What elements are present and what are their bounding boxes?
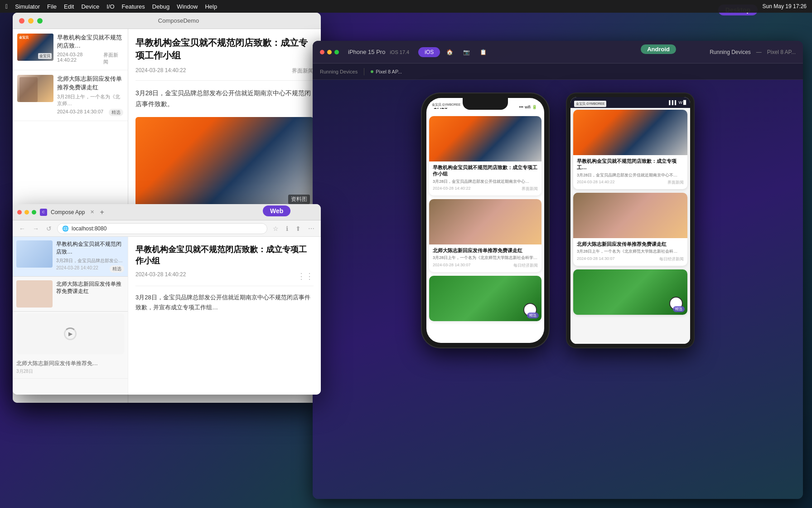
browser-maximize[interactable] [32, 210, 36, 215]
iphone-card-source-1: 界面新闻 [522, 186, 538, 192]
menu-device[interactable]: Device [81, 3, 99, 10]
chip-dot-pixel [371, 70, 373, 73]
iphone-signal: ••• [519, 105, 523, 109]
menu-debug[interactable]: Debug [152, 3, 169, 10]
menubar:  Simulator File Edit Device I/O Feature… [0, 0, 812, 13]
android-content[interactable]: 金宝贝 GYMBOREE 早教机构金宝贝就不规范闭店致歉：成立专项工… 3月28… [570, 108, 690, 344]
browser-news-info-2: 北师大陈志新回应发传单推荐免费课走红 [56, 280, 124, 308]
android-wifi: W [679, 100, 683, 105]
browser-thumb-1 [16, 240, 53, 268]
android-source-2: 每日经济新闻 [659, 256, 684, 262]
running-devices-bar: Running Devices Pixel 8 AP... [313, 64, 803, 80]
android-date-2: 2024-03-28 14:30:07 [577, 256, 615, 262]
minimize-button[interactable] [28, 18, 34, 24]
iphone-wifi: wifi [525, 105, 531, 109]
window-title-text: ComposeDemo [43, 17, 314, 24]
running-chip-pixel: Pixel 8 AP... [371, 69, 402, 74]
browser-traffic-lights [17, 210, 36, 215]
browser-menu[interactable]: ⋯ [306, 224, 316, 233]
browser-back[interactable]: ← [17, 224, 27, 233]
menu-simulator[interactable]: Simulator [15, 3, 40, 10]
play-icon: ▶ [68, 331, 72, 337]
android-card-body-2: 北师大陈志新回应发传单推荐免费课走红 3月28日上午，一个名为《北京师范大学陈志… [573, 238, 687, 266]
iphone-screen[interactable]: 17:26 ••• wifi 🔋 金宝贝 GYMBOREE [426, 98, 544, 343]
phones-minimize[interactable] [327, 50, 332, 54]
iphone-img-gymboree: 金宝贝 GYMBOREE [429, 116, 541, 161]
tab-ios[interactable]: iOS [418, 47, 440, 57]
browser-minimize[interactable] [24, 210, 29, 215]
tab-copy[interactable]: 📋 [476, 47, 490, 57]
menu-io[interactable]: I/O [106, 3, 114, 10]
bar-divider [364, 68, 364, 75]
browser-forward[interactable]: → [31, 224, 41, 233]
browser-news-item-2[interactable]: 北师大陈志新回应发传单推荐免费课走红 [13, 277, 128, 312]
browser-news-title-1: 早教机构金宝贝就不规范闭店致… [56, 240, 124, 256]
menu-features[interactable]: Features [122, 3, 145, 10]
phones-traffic-lights [320, 50, 339, 54]
iphone-card-2[interactable]: 北师大陈志新回应发传单推荐免费课走红 3月28日上午，一个名为《北京师范大学陈志… [429, 199, 541, 272]
browser-news-meta-1: 2024-03-28 14:40:22 精选 [56, 265, 124, 273]
news-title-1: 早教机构金宝贝就不规范闭店致… [57, 34, 123, 50]
android-card-1[interactable]: 金宝贝 GYMBOREE 早教机构金宝贝就不规范闭店致歉：成立专项工… 3月28… [573, 110, 687, 189]
menu-file[interactable]: File [47, 3, 57, 10]
url-icon: 🌐 [62, 225, 69, 232]
browser-thumb-2 [16, 280, 53, 308]
tab-home[interactable]: 🏠 [443, 47, 457, 57]
article-image [135, 117, 314, 208]
browser-url-bar[interactable]: 🌐 localhost:8080 [57, 223, 267, 234]
browser-close-tab[interactable]: ✕ [90, 209, 94, 215]
browser-news-item-1[interactable]: 早教机构金宝贝就不规范闭店致… 3月28日，金宝贝品牌总部发公… 2024-03… [13, 237, 128, 277]
menu-window[interactable]: Window [177, 3, 198, 10]
phones-top-bar: iPhone 15 Pro iOS 17.4 iOS 🏠 📷 📋 Running… [313, 41, 803, 64]
news-list-item-2[interactable]: 北师大陈志新回应发传单推荐免费课走红 3月28日上午，一个名为《北京师… 202… [13, 70, 128, 121]
loading-spinner: ▶ [64, 327, 77, 340]
android-card-3[interactable]: 精选 [573, 269, 687, 315]
iphone-card-1[interactable]: 金宝贝 GYMBOREE 早教机构金宝贝就不规范闭店致歉：成立专项工作小组 3月… [429, 116, 541, 195]
iphone-card-3[interactable]: 精选 [429, 276, 541, 321]
browser-bookmark[interactable]: ☆ [271, 224, 280, 233]
iphone-img-soccer: 精选 [429, 276, 541, 321]
article-meta: 2024-03-28 14:40:22 界面新闻 [135, 67, 314, 81]
menu-help[interactable]: Help [205, 3, 217, 10]
android-date-1: 2024-03-28 14:40:22 [577, 180, 615, 186]
iphone-card-body-1: 早教机构金宝贝就不规范闭店致歉：成立专项工作小组 3月28日，金宝贝品牌总部发公… [429, 161, 541, 195]
browser-news-list[interactable]: 早教机构金宝贝就不规范闭店致… 3月28日，金宝贝品牌总部发公… 2024-03… [13, 237, 128, 395]
android-wrapper: 5:46 ✉ ▌▌▌ W ▉ [567, 93, 694, 347]
maximize-button[interactable] [37, 18, 43, 24]
android-card-title-2: 北师大陈志新回应发传单推荐免费课走红 [577, 241, 684, 247]
browser-new-tab[interactable]: + [100, 208, 104, 216]
browser-share[interactable]: ⬆ [294, 224, 303, 233]
browser-content: 早教机构金宝贝就不规范闭店致… 3月28日，金宝贝品牌总部发公… 2024-03… [13, 237, 321, 395]
iphone-device-frame: 17:26 ••• wifi 🔋 金宝贝 GYMBOREE [422, 93, 549, 347]
browser-news-item-3[interactable]: 北师大陈志新同应发传单推荐免… 3月28日 [13, 356, 128, 379]
browser-close[interactable] [17, 210, 22, 215]
iphone-card-title-2: 北师大陈志新回应发传单推荐免费课走红 [433, 247, 538, 254]
browser-news-excerpt-1: 3月28日，金宝贝品牌总部发公… [56, 258, 124, 264]
phones-panel: iPhone 15 Pro iOS 17.4 iOS 🏠 📷 📋 Running… [313, 41, 803, 499]
browser-article-meta: 2024-03-28 14:40:22 ⋮⋮ [135, 271, 314, 286]
browser-tab-label[interactable]: Compose App [51, 209, 85, 215]
tab-camera[interactable]: 📷 [459, 47, 474, 57]
article-date: 2024-03-28 14:40:22 [135, 67, 186, 75]
browser-article-panel[interactable]: 早教机构金宝贝就不规范闭店致歉：成立专项工作小组 2024-03-28 14:4… [128, 237, 321, 395]
close-button[interactable] [19, 18, 24, 24]
browser-info[interactable]: ℹ [284, 224, 290, 233]
article-source: 界面新闻 [292, 67, 314, 75]
browser-date-1: 2024-03-28 14:40:22 [56, 265, 98, 273]
android-screen[interactable]: 5:46 ✉ ▌▌▌ W ▉ [570, 97, 690, 344]
menubar-right: Sun May 19 17:26 [763, 3, 807, 10]
browser-refresh[interactable]: ↺ [44, 224, 53, 233]
menu-edit[interactable]: Edit [64, 3, 74, 10]
phones-maximize[interactable] [334, 50, 339, 54]
iphone-os-version: iOS 17.4 [390, 49, 409, 55]
news-list-item-1[interactable]: 金宝贝 早教机构金宝贝就不规范闭店致… 2024-03-28 14:40:22 … [13, 29, 128, 70]
chip-pixel-label: Pixel 8 AP... [376, 69, 402, 74]
browser-url: localhost:8080 [72, 225, 106, 232]
iphone-content[interactable]: 金宝贝 GYMBOREE 早教机构金宝贝就不规范闭店致歉：成立专项工作小组 3月… [426, 114, 544, 343]
android-card-2[interactable]: 北师大陈志新回应发传单推荐免费课走红 3月28日上午，一个名为《北京师范大学陈志… [573, 193, 687, 266]
news-info-1: 早教机构金宝贝就不规范闭店致… 2024-03-28 14:40:22 界面新闻 [57, 34, 123, 65]
news-excerpt-2: 3月28日上午，一个名为《北京师… [57, 94, 120, 106]
phones-close[interactable] [320, 50, 324, 54]
android-card-excerpt-2: 3月28日上午，一个名为《北京师范大学陈志新社会科… [577, 249, 684, 254]
device-header: iPhone 15 Pro iOS 17.4 [348, 49, 409, 55]
